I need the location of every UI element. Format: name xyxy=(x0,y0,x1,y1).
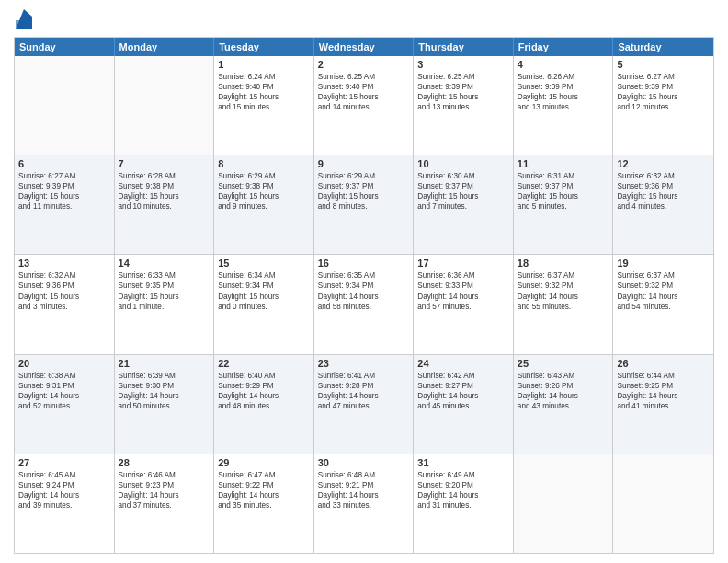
day-number: 29 xyxy=(218,457,310,468)
day-number: 28 xyxy=(119,457,210,468)
cell-line: Sunrise: 6:46 AM xyxy=(119,470,210,480)
calendar-cell: 1Sunrise: 6:24 AMSunset: 9:40 PMDaylight… xyxy=(214,56,314,155)
cell-line: and 13 minutes. xyxy=(518,102,609,112)
cell-line: and 45 minutes. xyxy=(417,401,509,411)
cell-line: and 33 minutes. xyxy=(318,500,410,511)
cell-line: Sunset: 9:35 PM xyxy=(119,281,210,291)
cell-line: Sunset: 9:37 PM xyxy=(318,181,410,191)
day-number: 4 xyxy=(518,59,609,70)
cell-line: Daylight: 14 hours xyxy=(417,391,509,401)
cell-line: Daylight: 15 hours xyxy=(218,92,310,102)
cell-line: Daylight: 14 hours xyxy=(18,490,110,500)
calendar-cell: 16Sunrise: 6:35 AMSunset: 9:34 PMDayligh… xyxy=(314,255,415,353)
cell-line: and 31 minutes. xyxy=(417,500,509,511)
cell-line: and 58 minutes. xyxy=(318,302,410,312)
cell-line: Sunset: 9:39 PM xyxy=(617,82,710,92)
cell-line: and 39 minutes. xyxy=(18,500,110,511)
calendar-cell: 5Sunrise: 6:27 AMSunset: 9:39 PMDaylight… xyxy=(613,56,713,155)
cell-line: and 55 minutes. xyxy=(518,302,609,312)
cell-line: Sunset: 9:40 PM xyxy=(318,82,410,92)
cell-line: Sunrise: 6:47 AM xyxy=(218,470,310,480)
cell-line: Sunset: 9:28 PM xyxy=(318,381,410,391)
calendar-cell: 6Sunrise: 6:27 AMSunset: 9:39 PMDaylight… xyxy=(15,155,115,254)
cell-line: Sunset: 9:31 PM xyxy=(18,381,110,391)
weekday-header: Sunday xyxy=(15,38,115,56)
weekday-header: Tuesday xyxy=(214,38,314,56)
cell-line: Sunrise: 6:41 AM xyxy=(318,371,410,381)
calendar-cell: 11Sunrise: 6:31 AMSunset: 9:37 PMDayligh… xyxy=(514,155,614,254)
calendar-cell xyxy=(15,56,115,155)
day-number: 17 xyxy=(417,258,509,269)
cell-line: Daylight: 15 hours xyxy=(119,292,210,302)
calendar-row: 20Sunrise: 6:38 AMSunset: 9:31 PMDayligh… xyxy=(15,354,713,454)
cell-line: Sunrise: 6:35 AM xyxy=(318,270,410,281)
cell-line: Sunrise: 6:27 AM xyxy=(617,72,710,82)
cell-line: Daylight: 15 hours xyxy=(318,191,410,201)
cell-line: Sunrise: 6:36 AM xyxy=(417,270,509,281)
cell-line: Sunrise: 6:30 AM xyxy=(417,171,509,181)
day-number: 21 xyxy=(119,358,210,369)
cell-line: Sunrise: 6:33 AM xyxy=(119,270,210,281)
day-number: 31 xyxy=(417,457,509,468)
cell-line: Daylight: 14 hours xyxy=(318,490,410,500)
cell-line: and 14 minutes. xyxy=(318,102,410,112)
cell-line: Sunset: 9:32 PM xyxy=(518,281,609,291)
cell-line: and 12 minutes. xyxy=(617,102,710,112)
cell-line: Daylight: 15 hours xyxy=(318,92,410,102)
calendar-cell xyxy=(514,454,614,553)
cell-line: Sunset: 9:40 PM xyxy=(218,82,310,92)
cell-line: Daylight: 15 hours xyxy=(218,292,310,302)
logo xyxy=(14,9,32,29)
calendar-cell: 9Sunrise: 6:29 AMSunset: 9:37 PMDaylight… xyxy=(314,155,415,254)
day-number: 10 xyxy=(417,158,509,169)
cell-line: Sunrise: 6:32 AM xyxy=(18,270,110,281)
calendar-cell: 17Sunrise: 6:36 AMSunset: 9:33 PMDayligh… xyxy=(414,255,514,353)
cell-line: Daylight: 15 hours xyxy=(119,191,210,201)
cell-line: Sunrise: 6:44 AM xyxy=(617,371,710,381)
cell-line: and 5 minutes. xyxy=(518,201,609,212)
cell-line: and 4 minutes. xyxy=(617,201,710,212)
calendar-row: 6Sunrise: 6:27 AMSunset: 9:39 PMDaylight… xyxy=(15,155,713,254)
cell-line: Sunset: 9:39 PM xyxy=(417,82,509,92)
cell-line: Sunset: 9:20 PM xyxy=(417,480,509,490)
day-number: 15 xyxy=(218,258,310,269)
day-number: 11 xyxy=(518,158,609,169)
cell-line: Sunrise: 6:45 AM xyxy=(18,470,110,480)
cell-line: and 54 minutes. xyxy=(617,302,710,312)
calendar-cell: 30Sunrise: 6:48 AMSunset: 9:21 PMDayligh… xyxy=(314,454,415,553)
weekday-header: Monday xyxy=(115,38,215,56)
calendar-body: 1Sunrise: 6:24 AMSunset: 9:40 PMDaylight… xyxy=(15,56,713,553)
cell-line: Sunset: 9:36 PM xyxy=(617,181,710,191)
cell-line: Sunrise: 6:31 AM xyxy=(518,171,609,181)
calendar-cell: 15Sunrise: 6:34 AMSunset: 9:34 PMDayligh… xyxy=(214,255,314,353)
weekday-header: Wednesday xyxy=(314,38,415,56)
calendar-cell: 10Sunrise: 6:30 AMSunset: 9:37 PMDayligh… xyxy=(414,155,514,254)
day-number: 12 xyxy=(617,158,710,169)
cell-line: Sunset: 9:23 PM xyxy=(119,480,210,490)
cell-line: Daylight: 14 hours xyxy=(417,490,509,500)
calendar-cell: 25Sunrise: 6:43 AMSunset: 9:26 PMDayligh… xyxy=(514,355,614,454)
cell-line: and 3 minutes. xyxy=(18,302,110,312)
day-number: 3 xyxy=(417,59,509,70)
cell-line: Sunset: 9:34 PM xyxy=(318,281,410,291)
cell-line: Daylight: 15 hours xyxy=(218,191,310,201)
cell-line: Sunrise: 6:34 AM xyxy=(218,270,310,281)
cell-line: Sunset: 9:39 PM xyxy=(518,82,609,92)
calendar-cell: 12Sunrise: 6:32 AMSunset: 9:36 PMDayligh… xyxy=(613,155,713,254)
cell-line: Sunset: 9:37 PM xyxy=(417,181,509,191)
calendar-cell: 21Sunrise: 6:39 AMSunset: 9:30 PMDayligh… xyxy=(115,355,215,454)
cell-line: Sunrise: 6:29 AM xyxy=(218,171,310,181)
cell-line: Daylight: 14 hours xyxy=(218,391,310,401)
calendar-row: 27Sunrise: 6:45 AMSunset: 9:24 PMDayligh… xyxy=(15,454,713,553)
cell-line: Sunset: 9:30 PM xyxy=(119,381,210,391)
cell-line: Daylight: 14 hours xyxy=(318,292,410,302)
cell-line: Sunrise: 6:29 AM xyxy=(318,171,410,181)
cell-line: Sunrise: 6:32 AM xyxy=(617,171,710,181)
cell-line: Daylight: 15 hours xyxy=(518,191,609,201)
cell-line: Sunset: 9:33 PM xyxy=(417,281,509,291)
calendar-cell: 4Sunrise: 6:26 AMSunset: 9:39 PMDaylight… xyxy=(514,56,614,155)
cell-line: and 8 minutes. xyxy=(318,201,410,212)
calendar-cell: 24Sunrise: 6:42 AMSunset: 9:27 PMDayligh… xyxy=(414,355,514,454)
calendar-cell: 3Sunrise: 6:25 AMSunset: 9:39 PMDaylight… xyxy=(414,56,514,155)
cell-line: Sunset: 9:24 PM xyxy=(18,480,110,490)
